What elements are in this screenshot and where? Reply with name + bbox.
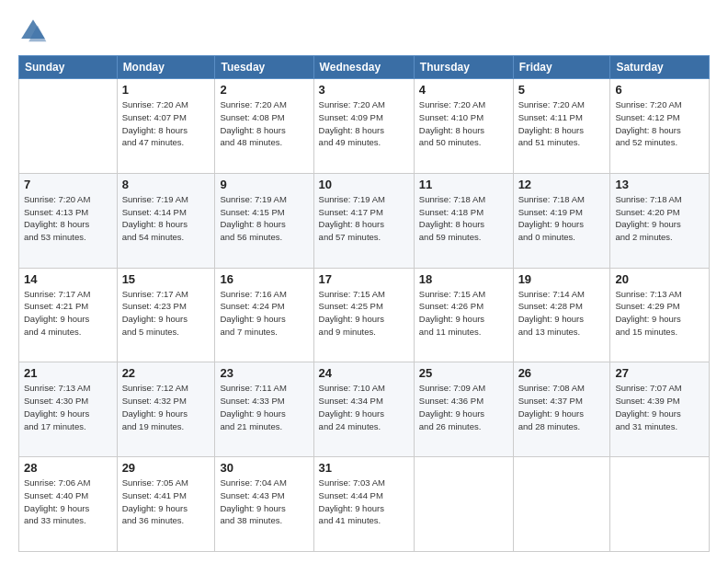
day-info: Sunrise: 7:11 AM Sunset: 4:33 PM Dayligh… [220,382,308,432]
day-number: 29 [122,461,210,475]
calendar-cell: 11Sunrise: 7:18 AM Sunset: 4:18 PM Dayli… [414,173,513,268]
day-number: 22 [122,366,210,380]
calendar-week-row: 1Sunrise: 7:20 AM Sunset: 4:07 PM Daylig… [19,79,710,174]
day-info: Sunrise: 7:18 AM Sunset: 4:20 PM Dayligh… [615,193,704,244]
calendar-cell: 8Sunrise: 7:19 AM Sunset: 4:14 PM Daylig… [117,173,215,268]
calendar-body: 1Sunrise: 7:20 AM Sunset: 4:07 PM Daylig… [19,79,710,552]
day-number: 16 [220,272,308,286]
calendar-cell: 17Sunrise: 7:15 AM Sunset: 4:25 PM Dayli… [313,268,414,362]
day-number: 12 [518,178,606,191]
calendar-cell: 24Sunrise: 7:10 AM Sunset: 4:34 PM Dayli… [313,362,414,457]
calendar-cell: 18Sunrise: 7:15 AM Sunset: 4:26 PM Dayli… [414,268,513,362]
day-number: 13 [615,178,704,191]
logo-icon [18,17,48,46]
weekday-header-saturday: Saturday [610,56,710,79]
day-info: Sunrise: 7:20 AM Sunset: 4:09 PM Dayligh… [319,98,409,149]
calendar-cell [610,457,710,552]
day-info: Sunrise: 7:17 AM Sunset: 4:23 PM Dayligh… [122,288,210,339]
day-number: 11 [419,178,508,191]
calendar-cell: 1Sunrise: 7:20 AM Sunset: 4:07 PM Daylig… [117,79,215,174]
calendar-cell: 2Sunrise: 7:20 AM Sunset: 4:08 PM Daylig… [215,79,313,174]
calendar-week-row: 7Sunrise: 7:20 AM Sunset: 4:13 PM Daylig… [19,173,710,268]
calendar-cell: 29Sunrise: 7:05 AM Sunset: 4:41 PM Dayli… [117,457,215,552]
calendar-week-row: 21Sunrise: 7:13 AM Sunset: 4:30 PM Dayli… [19,362,710,457]
day-number: 4 [419,83,508,97]
day-number: 2 [220,83,308,97]
day-number: 20 [615,272,704,286]
day-number: 15 [122,272,210,286]
day-number: 9 [220,178,308,191]
calendar-cell [19,79,118,174]
day-number: 31 [319,461,409,475]
day-number: 25 [419,366,508,380]
day-number: 28 [24,461,112,475]
day-info: Sunrise: 7:20 AM Sunset: 4:13 PM Dayligh… [24,193,112,244]
day-number: 30 [220,461,308,475]
weekday-header-row: SundayMondayTuesdayWednesdayThursdayFrid… [19,56,710,79]
day-number: 27 [615,366,704,380]
calendar-cell: 10Sunrise: 7:19 AM Sunset: 4:17 PM Dayli… [313,173,414,268]
day-info: Sunrise: 7:12 AM Sunset: 4:32 PM Dayligh… [122,382,210,432]
day-info: Sunrise: 7:05 AM Sunset: 4:41 PM Dayligh… [122,477,210,527]
day-info: Sunrise: 7:06 AM Sunset: 4:40 PM Dayligh… [24,477,112,527]
calendar-cell: 16Sunrise: 7:16 AM Sunset: 4:24 PM Dayli… [215,268,313,362]
calendar-cell: 19Sunrise: 7:14 AM Sunset: 4:28 PM Dayli… [513,268,610,362]
calendar-table: SundayMondayTuesdayWednesdayThursdayFrid… [18,55,710,552]
day-info: Sunrise: 7:19 AM Sunset: 4:15 PM Dayligh… [220,193,308,244]
day-number: 1 [122,83,210,97]
calendar-cell: 4Sunrise: 7:20 AM Sunset: 4:10 PM Daylig… [414,79,513,174]
weekday-header-monday: Monday [117,56,215,79]
calendar-cell: 5Sunrise: 7:20 AM Sunset: 4:11 PM Daylig… [513,79,610,174]
day-info: Sunrise: 7:20 AM Sunset: 4:08 PM Dayligh… [220,98,308,149]
day-info: Sunrise: 7:04 AM Sunset: 4:43 PM Dayligh… [220,477,308,527]
day-number: 10 [319,178,409,191]
day-info: Sunrise: 7:14 AM Sunset: 4:28 PM Dayligh… [518,288,606,339]
day-info: Sunrise: 7:19 AM Sunset: 4:14 PM Dayligh… [122,193,210,244]
calendar-cell: 23Sunrise: 7:11 AM Sunset: 4:33 PM Dayli… [215,362,313,457]
calendar-cell: 21Sunrise: 7:13 AM Sunset: 4:30 PM Dayli… [19,362,118,457]
weekday-header-wednesday: Wednesday [313,56,414,79]
calendar-cell: 30Sunrise: 7:04 AM Sunset: 4:43 PM Dayli… [215,457,313,552]
day-info: Sunrise: 7:13 AM Sunset: 4:29 PM Dayligh… [615,288,704,339]
calendar-cell: 3Sunrise: 7:20 AM Sunset: 4:09 PM Daylig… [313,79,414,174]
calendar-cell: 13Sunrise: 7:18 AM Sunset: 4:20 PM Dayli… [610,173,710,268]
day-number: 24 [319,366,409,380]
day-info: Sunrise: 7:19 AM Sunset: 4:17 PM Dayligh… [319,193,409,244]
calendar-cell: 28Sunrise: 7:06 AM Sunset: 4:40 PM Dayli… [19,457,118,552]
calendar-week-row: 28Sunrise: 7:06 AM Sunset: 4:40 PM Dayli… [19,457,710,552]
day-info: Sunrise: 7:20 AM Sunset: 4:12 PM Dayligh… [615,98,704,149]
day-info: Sunrise: 7:10 AM Sunset: 4:34 PM Dayligh… [319,382,409,432]
day-number: 21 [24,366,112,380]
day-info: Sunrise: 7:18 AM Sunset: 4:19 PM Dayligh… [518,193,606,244]
calendar-header: SundayMondayTuesdayWednesdayThursdayFrid… [19,56,710,79]
calendar-cell: 26Sunrise: 7:08 AM Sunset: 4:37 PM Dayli… [513,362,610,457]
day-number: 23 [220,366,308,380]
calendar-cell: 9Sunrise: 7:19 AM Sunset: 4:15 PM Daylig… [215,173,313,268]
calendar-cell: 15Sunrise: 7:17 AM Sunset: 4:23 PM Dayli… [117,268,215,362]
day-number: 5 [518,83,606,97]
day-number: 18 [419,272,508,286]
weekday-header-sunday: Sunday [19,56,118,79]
calendar-cell: 20Sunrise: 7:13 AM Sunset: 4:29 PM Dayli… [610,268,710,362]
day-number: 19 [518,272,606,286]
calendar-cell: 22Sunrise: 7:12 AM Sunset: 4:32 PM Dayli… [117,362,215,457]
day-info: Sunrise: 7:17 AM Sunset: 4:21 PM Dayligh… [24,288,112,339]
calendar-cell: 27Sunrise: 7:07 AM Sunset: 4:39 PM Dayli… [610,362,710,457]
day-info: Sunrise: 7:15 AM Sunset: 4:26 PM Dayligh… [419,288,508,339]
day-info: Sunrise: 7:20 AM Sunset: 4:10 PM Dayligh… [419,98,508,149]
day-number: 17 [319,272,409,286]
page: SundayMondayTuesdayWednesdayThursdayFrid… [0,0,728,563]
calendar-cell: 14Sunrise: 7:17 AM Sunset: 4:21 PM Dayli… [19,268,118,362]
day-info: Sunrise: 7:03 AM Sunset: 4:44 PM Dayligh… [319,477,409,527]
day-info: Sunrise: 7:09 AM Sunset: 4:36 PM Dayligh… [419,382,508,432]
day-number: 3 [319,83,409,97]
day-info: Sunrise: 7:13 AM Sunset: 4:30 PM Dayligh… [24,382,112,432]
calendar-cell: 31Sunrise: 7:03 AM Sunset: 4:44 PM Dayli… [313,457,414,552]
day-number: 7 [24,178,112,191]
weekday-header-tuesday: Tuesday [215,56,313,79]
day-number: 8 [122,178,210,191]
day-info: Sunrise: 7:20 AM Sunset: 4:11 PM Dayligh… [518,98,606,149]
calendar-cell: 25Sunrise: 7:09 AM Sunset: 4:36 PM Dayli… [414,362,513,457]
weekday-header-friday: Friday [513,56,610,79]
calendar-cell: 12Sunrise: 7:18 AM Sunset: 4:19 PM Dayli… [513,173,610,268]
